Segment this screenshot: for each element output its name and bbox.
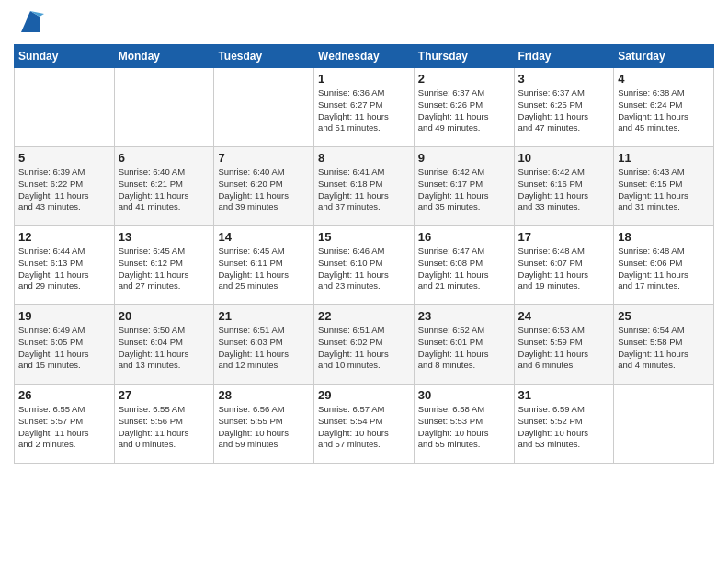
calendar-cell: 14Sunrise: 6:45 AM Sunset: 6:11 PM Dayli… [214,226,314,305]
day-number: 14 [218,230,310,244]
day-info: Sunrise: 6:45 AM Sunset: 6:11 PM Dayligh… [218,246,310,293]
calendar-cell: 2Sunrise: 6:37 AM Sunset: 6:26 PM Daylig… [414,68,514,147]
day-info: Sunrise: 6:58 AM Sunset: 5:53 PM Dayligh… [418,404,510,451]
day-info: Sunrise: 6:52 AM Sunset: 6:01 PM Dayligh… [418,325,510,372]
week-row-1: 5Sunrise: 6:39 AM Sunset: 6:22 PM Daylig… [15,147,714,226]
calendar-cell: 19Sunrise: 6:49 AM Sunset: 6:05 PM Dayli… [15,305,115,385]
day-number: 31 [518,388,610,402]
weekday-header-row: SundayMondayTuesdayWednesdayThursdayFrid… [15,45,714,68]
day-info: Sunrise: 6:43 AM Sunset: 6:15 PM Dayligh… [618,167,710,213]
day-info: Sunrise: 6:41 AM Sunset: 6:18 PM Dayligh… [318,167,410,213]
calendar-cell [15,68,115,147]
weekday-header-friday: Friday [514,45,614,68]
day-info: Sunrise: 6:51 AM Sunset: 6:02 PM Dayligh… [318,325,410,372]
calendar-cell: 23Sunrise: 6:52 AM Sunset: 6:01 PM Dayli… [414,305,514,385]
day-info: Sunrise: 6:55 AM Sunset: 5:57 PM Dayligh… [18,404,110,451]
day-number: 18 [618,230,710,244]
calendar-cell: 29Sunrise: 6:57 AM Sunset: 5:54 PM Dayli… [314,385,415,464]
calendar-cell: 22Sunrise: 6:51 AM Sunset: 6:02 PM Dayli… [314,305,415,385]
calendar-cell: 1Sunrise: 6:36 AM Sunset: 6:27 PM Daylig… [314,68,415,147]
calendar-cell: 6Sunrise: 6:40 AM Sunset: 6:21 PM Daylig… [114,147,214,226]
calendar-cell: 28Sunrise: 6:56 AM Sunset: 5:55 PM Dayli… [214,385,314,464]
day-number: 21 [218,309,310,323]
weekday-header-tuesday: Tuesday [214,45,314,68]
calendar-cell: 11Sunrise: 6:43 AM Sunset: 6:15 PM Dayli… [614,147,714,226]
calendar-cell: 31Sunrise: 6:59 AM Sunset: 5:52 PM Dayli… [514,385,614,464]
day-number: 6 [119,151,210,165]
day-number: 10 [518,151,610,165]
day-info: Sunrise: 6:40 AM Sunset: 6:21 PM Dayligh… [119,167,210,213]
calendar-cell: 12Sunrise: 6:44 AM Sunset: 6:13 PM Dayli… [15,226,115,305]
calendar-cell: 17Sunrise: 6:48 AM Sunset: 6:07 PM Dayli… [514,226,614,305]
calendar-cell: 13Sunrise: 6:45 AM Sunset: 6:12 PM Dayli… [114,226,214,305]
calendar-cell: 24Sunrise: 6:53 AM Sunset: 5:59 PM Dayli… [514,305,614,385]
day-number: 30 [418,388,510,402]
day-number: 26 [18,388,110,402]
day-number: 25 [618,309,710,323]
calendar-cell: 26Sunrise: 6:55 AM Sunset: 5:57 PM Dayli… [15,385,115,464]
calendar-cell: 8Sunrise: 6:41 AM Sunset: 6:18 PM Daylig… [314,147,415,226]
day-info: Sunrise: 6:39 AM Sunset: 6:22 PM Dayligh… [18,167,110,213]
day-info: Sunrise: 6:40 AM Sunset: 6:20 PM Dayligh… [218,167,310,213]
day-number: 29 [318,388,410,402]
day-info: Sunrise: 6:57 AM Sunset: 5:54 PM Dayligh… [318,404,410,451]
day-number: 24 [518,309,610,323]
day-number: 4 [618,72,710,86]
day-info: Sunrise: 6:46 AM Sunset: 6:10 PM Dayligh… [318,246,410,293]
day-info: Sunrise: 6:36 AM Sunset: 6:27 PM Dayligh… [318,87,410,134]
calendar-cell: 4Sunrise: 6:38 AM Sunset: 6:24 PM Daylig… [614,68,714,147]
day-info: Sunrise: 6:37 AM Sunset: 6:25 PM Dayligh… [518,87,610,134]
day-number: 20 [119,309,210,323]
day-number: 15 [318,230,410,244]
header [14,9,714,37]
day-info: Sunrise: 6:59 AM Sunset: 5:52 PM Dayligh… [518,404,610,451]
day-info: Sunrise: 6:56 AM Sunset: 5:55 PM Dayligh… [218,404,310,451]
day-info: Sunrise: 6:44 AM Sunset: 6:13 PM Dayligh… [18,246,110,293]
day-number: 7 [218,151,310,165]
logo-icon [17,9,44,37]
day-info: Sunrise: 6:48 AM Sunset: 6:06 PM Dayligh… [618,246,710,293]
weekday-header-thursday: Thursday [414,45,514,68]
calendar-cell: 7Sunrise: 6:40 AM Sunset: 6:20 PM Daylig… [214,147,314,226]
week-row-0: 1Sunrise: 6:36 AM Sunset: 6:27 PM Daylig… [15,68,714,147]
calendar-cell: 20Sunrise: 6:50 AM Sunset: 6:04 PM Dayli… [114,305,214,385]
day-info: Sunrise: 6:49 AM Sunset: 6:05 PM Dayligh… [18,325,110,372]
day-number: 28 [218,388,310,402]
calendar-table: SundayMondayTuesdayWednesdayThursdayFrid… [14,44,714,464]
day-info: Sunrise: 6:53 AM Sunset: 5:59 PM Dayligh… [518,325,610,372]
day-number: 22 [318,309,410,323]
day-info: Sunrise: 6:42 AM Sunset: 6:17 PM Dayligh… [418,167,510,213]
day-number: 16 [418,230,510,244]
day-info: Sunrise: 6:48 AM Sunset: 6:07 PM Dayligh… [518,246,610,293]
day-info: Sunrise: 6:55 AM Sunset: 5:56 PM Dayligh… [119,404,210,451]
calendar-cell: 30Sunrise: 6:58 AM Sunset: 5:53 PM Dayli… [414,385,514,464]
calendar-cell: 9Sunrise: 6:42 AM Sunset: 6:17 PM Daylig… [414,147,514,226]
week-row-3: 19Sunrise: 6:49 AM Sunset: 6:05 PM Dayli… [15,305,714,385]
day-info: Sunrise: 6:54 AM Sunset: 5:58 PM Dayligh… [618,325,710,372]
calendar-cell: 3Sunrise: 6:37 AM Sunset: 6:25 PM Daylig… [514,68,614,147]
day-info: Sunrise: 6:51 AM Sunset: 6:03 PM Dayligh… [218,325,310,372]
day-number: 13 [119,230,210,244]
day-number: 17 [518,230,610,244]
weekday-header-sunday: Sunday [15,45,115,68]
day-number: 3 [518,72,610,86]
day-info: Sunrise: 6:47 AM Sunset: 6:08 PM Dayligh… [418,246,510,293]
day-number: 27 [119,388,210,402]
calendar-cell [114,68,214,147]
day-number: 1 [318,72,410,86]
calendar-cell: 27Sunrise: 6:55 AM Sunset: 5:56 PM Dayli… [114,385,214,464]
day-number: 5 [18,151,110,165]
weekday-header-wednesday: Wednesday [314,45,415,68]
calendar-cell: 10Sunrise: 6:42 AM Sunset: 6:16 PM Dayli… [514,147,614,226]
calendar-cell [614,385,714,464]
day-info: Sunrise: 6:50 AM Sunset: 6:04 PM Dayligh… [119,325,210,372]
day-number: 23 [418,309,510,323]
calendar-cell: 25Sunrise: 6:54 AM Sunset: 5:58 PM Dayli… [614,305,714,385]
calendar-cell: 5Sunrise: 6:39 AM Sunset: 6:22 PM Daylig… [15,147,115,226]
day-number: 8 [318,151,410,165]
day-number: 2 [418,72,510,86]
week-row-2: 12Sunrise: 6:44 AM Sunset: 6:13 PM Dayli… [15,226,714,305]
calendar-cell [214,68,314,147]
day-info: Sunrise: 6:37 AM Sunset: 6:26 PM Dayligh… [418,87,510,134]
day-info: Sunrise: 6:38 AM Sunset: 6:24 PM Dayligh… [618,87,710,134]
